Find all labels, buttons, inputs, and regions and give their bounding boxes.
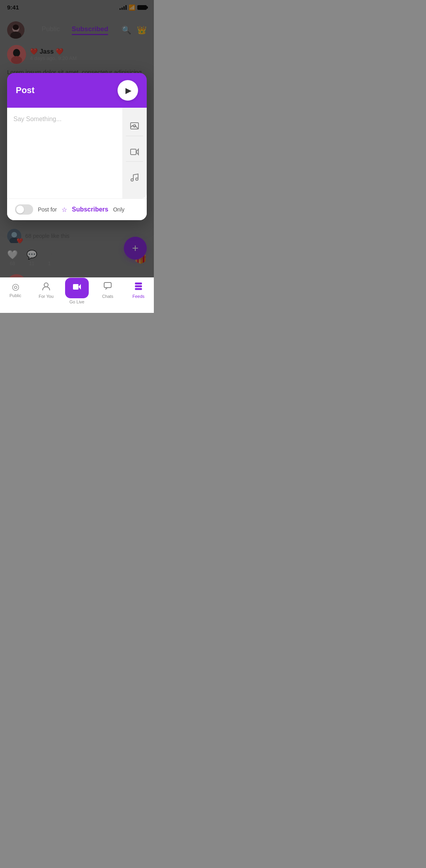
nav-for-you[interactable]: For You	[31, 282, 62, 299]
bottom-nav: ◎ Public For You Go Live	[0, 277, 154, 313]
nav-public[interactable]: ◎ Public	[0, 282, 31, 298]
footer-post-for: Post for	[38, 206, 57, 213]
modal-body: Say Something...	[7, 108, 147, 220]
music-icon	[130, 173, 139, 184]
post-placeholder: Say Something...	[13, 116, 62, 122]
modal-title: Post	[16, 85, 35, 95]
media-buttons	[122, 108, 147, 198]
music-button[interactable]	[126, 170, 143, 187]
footer-subscribers[interactable]: Subscribers	[72, 206, 108, 213]
svg-rect-24	[135, 285, 142, 287]
svg-marker-21	[78, 284, 81, 290]
nav-chats[interactable]: Chats	[92, 282, 123, 299]
svg-point-12	[136, 178, 138, 180]
photo-button[interactable]	[126, 119, 143, 136]
chats-label: Chats	[102, 294, 114, 299]
svg-rect-22	[104, 282, 111, 288]
video-icon	[130, 147, 139, 159]
post-textarea[interactable]: Say Something...	[7, 108, 122, 198]
post-modal: Post ▶ Say Something...	[7, 73, 147, 220]
go-live-label: Go Live	[69, 299, 84, 304]
svg-rect-9	[131, 149, 136, 155]
for-you-nav-icon	[42, 282, 50, 293]
for-you-label: For You	[39, 294, 54, 299]
svg-rect-25	[135, 288, 142, 290]
video-button[interactable]	[126, 144, 143, 162]
svg-rect-20	[73, 284, 78, 290]
nav-feeds[interactable]: Feeds	[123, 282, 154, 299]
modal-footer: Post for ☆ Subscribers Only	[7, 198, 147, 220]
subscribers-toggle[interactable]	[15, 204, 33, 215]
star-icon: ☆	[62, 206, 67, 213]
feeds-label: Feeds	[133, 294, 145, 299]
send-button[interactable]: ▶	[118, 80, 138, 101]
feeds-nav-icon	[134, 282, 143, 293]
svg-rect-23	[135, 282, 142, 284]
photo-icon	[130, 122, 139, 133]
chats-nav-icon	[103, 282, 112, 293]
nav-go-live[interactable]: Go Live	[62, 282, 92, 304]
nav-public-label: Public	[9, 293, 21, 298]
footer-only: Only	[113, 206, 125, 213]
public-nav-icon: ◎	[12, 282, 19, 292]
send-icon: ▶	[125, 86, 131, 95]
modal-header: Post ▶	[7, 73, 147, 108]
go-live-button[interactable]	[65, 278, 89, 298]
go-live-icon	[72, 282, 82, 294]
toggle-knob	[16, 206, 24, 213]
svg-point-19	[44, 283, 48, 287]
modal-content-area: Say Something...	[7, 108, 147, 198]
svg-point-11	[131, 179, 133, 181]
